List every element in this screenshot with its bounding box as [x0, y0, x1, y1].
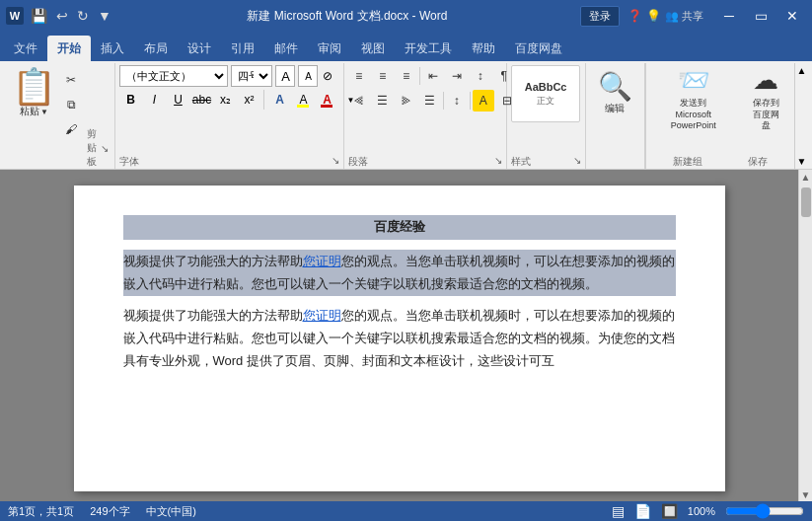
- font-size-decrease-btn[interactable]: A: [298, 65, 318, 87]
- view-web-btn[interactable]: 🔲: [661, 503, 678, 519]
- ribbon-scroll-down[interactable]: ▼: [795, 154, 809, 169]
- bullets-button[interactable]: ≡: [348, 65, 370, 87]
- title-bar-title: 新建 Microsoft Word 文档.docx - Word: [114, 8, 580, 25]
- cut-button[interactable]: ✂: [60, 69, 82, 91]
- restore-button[interactable]: ▭: [745, 0, 776, 32]
- link-1[interactable]: 您证明: [303, 254, 341, 268]
- align-left-button[interactable]: ⫷: [348, 90, 370, 112]
- ribbon: 📋 粘贴▼ ✂ ⧉ 🖌 剪贴板 ↘ （中文正文） 四号 初号 小初 一号 小一 …: [0, 61, 812, 170]
- sort-button[interactable]: ↕: [470, 65, 491, 87]
- paragraph-expand[interactable]: ↘: [494, 155, 502, 169]
- superscript-button[interactable]: x²: [238, 89, 259, 111]
- italic-button[interactable]: I: [143, 89, 165, 111]
- clear-format-btn[interactable]: ⊘: [321, 67, 334, 85]
- strikethrough-button[interactable]: abc: [190, 89, 212, 111]
- save-to-baidu-icon: ☁: [753, 65, 778, 96]
- font-divider: [263, 90, 264, 110]
- paragraph-row1: ≡ ≡ ≡ ⇤ ⇥ ↕ ¶: [348, 65, 515, 87]
- ribbon-scroll-up[interactable]: ▲: [795, 63, 809, 78]
- tab-home[interactable]: 开始: [47, 36, 91, 61]
- font-name-select[interactable]: （中文正文）: [119, 65, 228, 87]
- share-text[interactable]: 👥 共享: [665, 9, 703, 24]
- minimize-button[interactable]: ─: [713, 0, 745, 32]
- link-2[interactable]: 您证明: [303, 308, 341, 323]
- align-right-button[interactable]: ⫸: [396, 90, 417, 112]
- tab-file[interactable]: 文件: [4, 36, 47, 61]
- view-read-btn[interactable]: 📄: [634, 503, 651, 519]
- status-bar: 第1页，共1页 249个字 中文(中国) ▤ 📄 🔲 100%: [0, 501, 812, 521]
- tab-mail[interactable]: 邮件: [264, 36, 308, 61]
- font-size-select[interactable]: 四号 初号 小初 一号 小一 二号: [231, 65, 272, 87]
- redo-btn[interactable]: ↻: [74, 7, 92, 25]
- doc-title-wrapper: 百度经验: [123, 215, 676, 250]
- numbering-button[interactable]: ≡: [372, 65, 394, 87]
- style-name: 正文: [537, 95, 554, 108]
- copy-button[interactable]: ⧉: [60, 94, 82, 115]
- send-to-ppt-icon: 📨: [678, 65, 709, 96]
- bold-button[interactable]: B: [119, 89, 141, 111]
- send-to-ppt-label: 发送到Microsoft PowerPoint: [658, 98, 729, 132]
- scroll-down-arrow[interactable]: ▼: [799, 487, 813, 501]
- title-bar-left: W 💾 ↩ ↻ ▼: [0, 7, 114, 25]
- subscript-button[interactable]: x₂: [214, 89, 236, 111]
- para-div3: [470, 92, 471, 110]
- save-quick-btn[interactable]: 💾: [28, 7, 50, 25]
- tab-view[interactable]: 视图: [351, 36, 395, 61]
- text-effects-button[interactable]: A: [268, 89, 290, 111]
- format-painter-button[interactable]: 🖌: [60, 118, 82, 140]
- font-controls-bottom: B I U abc x₂ x² A A A ▼: [119, 89, 361, 111]
- paste-button[interactable]: 📋 粘贴▼: [8, 67, 60, 120]
- tab-baidu[interactable]: 百度网盘: [505, 36, 572, 61]
- font-expand[interactable]: ↘: [332, 155, 339, 169]
- title-bar: W 💾 ↩ ↻ ▼ 新建 Microsoft Word 文档.docx - Wo…: [0, 0, 812, 32]
- doc-title: 百度经验: [123, 215, 676, 240]
- font-size-increase-btn[interactable]: A: [275, 65, 295, 87]
- quick-access-toolbar: 💾 ↩ ↻ ▼: [28, 7, 114, 25]
- vertical-scrollbar: ▲ ▼: [798, 170, 812, 501]
- tab-review[interactable]: 审阅: [308, 36, 351, 61]
- close-button[interactable]: ✕: [776, 0, 808, 32]
- quick-access-dropdown[interactable]: ▼: [95, 7, 114, 25]
- line-spacing-button[interactable]: ↕: [446, 90, 468, 112]
- clipboard-expand[interactable]: ↘: [101, 143, 109, 154]
- justify-button[interactable]: ☰: [419, 90, 441, 112]
- zoom-slider[interactable]: [725, 503, 804, 519]
- text-highlight-button[interactable]: A: [292, 89, 314, 111]
- tab-insert[interactable]: 插入: [91, 36, 134, 61]
- send-to-ppt-button[interactable]: 📨 发送到Microsoft PowerPoint: [650, 65, 737, 132]
- align-center-button[interactable]: ☰: [372, 90, 394, 112]
- scroll-up-arrow[interactable]: ▲: [799, 170, 813, 184]
- underline-button[interactable]: U: [167, 89, 188, 111]
- styles-gallery[interactable]: AaBbCc 正文: [511, 65, 580, 122]
- login-button[interactable]: 登录: [580, 6, 620, 27]
- tab-references[interactable]: 引用: [221, 36, 264, 61]
- save-to-baidu-button[interactable]: ☁ 保存到百度网盘: [741, 65, 790, 132]
- save-label: 保存: [748, 155, 768, 169]
- font-controls-top: （中文正文） 四号 初号 小初 一号 小一 二号 A A ⊘: [119, 65, 334, 87]
- increase-indent-button[interactable]: ⇥: [446, 65, 468, 87]
- undo-btn[interactable]: ↩: [53, 7, 71, 25]
- newgroup-label: 新建组: [673, 155, 702, 169]
- tab-help[interactable]: 帮助: [462, 36, 505, 61]
- paste-icon: 📋: [12, 69, 56, 105]
- clipboard-label: 剪贴板: [82, 127, 101, 169]
- style-normal: AaBbCc: [525, 81, 567, 93]
- styles-expand[interactable]: ↘: [573, 155, 581, 169]
- word-count: 249个字: [90, 504, 129, 519]
- view-print-btn[interactable]: ▤: [612, 503, 625, 519]
- find-label: 编辑: [605, 103, 625, 114]
- multilevel-list-button[interactable]: ≡: [396, 65, 417, 87]
- page-container[interactable]: 百度经验 视频提供了功能强大的方法帮助您证明您的观点。当您单击联机视频时，可以在…: [0, 170, 798, 501]
- page-info: 第1页，共1页: [8, 504, 74, 519]
- tab-layout[interactable]: 布局: [134, 36, 178, 61]
- tab-developer[interactable]: 开发工具: [395, 36, 462, 61]
- zoom-level: 100%: [688, 505, 715, 517]
- scroll-track[interactable]: [799, 184, 812, 487]
- ribbon-group-newgroup: 📨 发送到Microsoft PowerPoint ☁ 保存到百度网盘 新建组 …: [645, 63, 794, 169]
- font-color-button[interactable]: A: [316, 89, 337, 111]
- find-button[interactable]: 🔍 编辑: [590, 65, 639, 122]
- scroll-thumb[interactable]: [801, 187, 811, 217]
- tab-design[interactable]: 设计: [178, 36, 221, 61]
- decrease-indent-button[interactable]: ⇤: [422, 65, 444, 87]
- shading-button[interactable]: A: [473, 90, 494, 112]
